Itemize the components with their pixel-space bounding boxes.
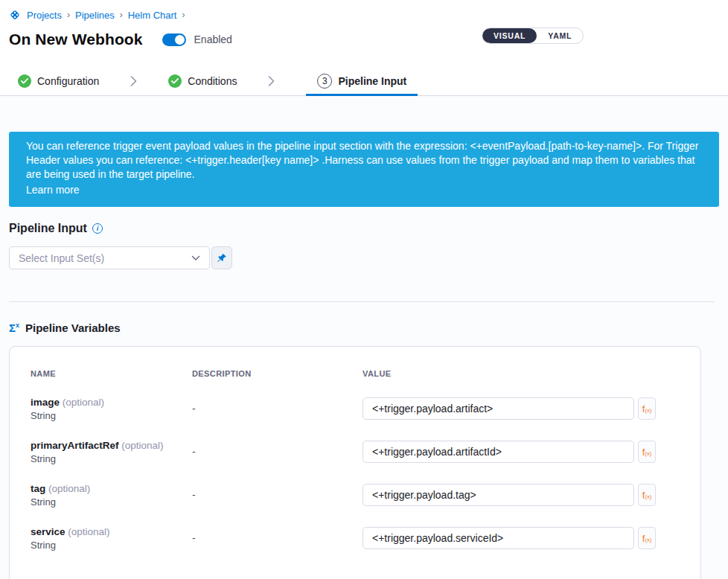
variable-description: - (192, 489, 363, 501)
yaml-mode-button[interactable]: YAML (537, 28, 583, 43)
value-cell: f(x) (363, 441, 680, 463)
pipeline-input-heading: Pipeline Input (9, 222, 87, 235)
value-input[interactable] (363, 527, 634, 549)
enabled-toggle[interactable] (162, 33, 186, 46)
info-banner: You can reference trigger event payload … (9, 132, 719, 207)
variable-name-cell: service (optional) String (31, 526, 192, 551)
input-set-select-row: Select Input Set(s) (9, 246, 719, 269)
breadcrumb-separator: › (66, 10, 71, 20)
input-set-select[interactable]: Select Input Set(s) (9, 246, 210, 269)
table-header-row: NAME DESCRIPTION VALUE (31, 369, 680, 378)
variable-name-cell: primaryArtifactRef (optional) String (31, 440, 192, 464)
variable-name: image (31, 397, 60, 408)
visual-mode-button[interactable]: VISUAL (482, 28, 537, 43)
variable-description: - (192, 446, 363, 458)
tab-configuration[interactable]: Configuration (18, 67, 99, 95)
value-cell: f(x) (363, 397, 680, 420)
step-number-badge: 3 (317, 74, 332, 89)
breadcrumb-separator: › (119, 10, 124, 20)
chevron-down-icon (191, 255, 200, 261)
variable-name: tag (31, 483, 45, 494)
variable-type: String (31, 453, 192, 464)
learn-more-link[interactable]: Learn more (26, 183, 80, 197)
sigma-icon: Σx (9, 322, 19, 333)
pipeline-variables-heading-row: Σx Pipeline Variables (9, 322, 719, 334)
column-header-name: NAME (31, 369, 192, 378)
variable-type: String (31, 540, 192, 551)
tab-pipeline-input[interactable]: 3 Pipeline Input (306, 68, 418, 96)
tab-label: Configuration (37, 75, 99, 87)
title-row: On New Webhook Enabled (9, 31, 719, 48)
optional-label: (optional) (68, 526, 109, 537)
tab-conditions[interactable]: Conditions (168, 67, 237, 95)
expression-button[interactable]: f(x) (638, 527, 656, 549)
column-header-description: DESCRIPTION (192, 369, 363, 378)
check-icon (18, 74, 31, 88)
pipeline-variables-heading: Pipeline Variables (25, 322, 121, 334)
pin-button[interactable] (211, 246, 232, 269)
variable-description: - (192, 403, 363, 415)
page-header: Projects › Pipelines › Helm Chart › On N… (0, 0, 728, 67)
select-placeholder: Select Input Set(s) (19, 252, 191, 264)
info-icon[interactable]: i (92, 223, 103, 234)
table-row: tag (optional) String - f(x) (31, 473, 680, 516)
view-mode-toggle: VISUAL YAML (482, 28, 584, 44)
table-row: service (optional) String - f(x) (31, 516, 680, 560)
variable-name-cell: image (optional) String (31, 397, 192, 421)
breadcrumb-link-helm-chart[interactable]: Helm Chart (128, 10, 177, 21)
optional-label: (optional) (48, 483, 90, 494)
optional-label: (optional) (121, 440, 163, 451)
wizard-tabbar: Configuration Conditions 3 Pipeline Inpu… (0, 67, 728, 96)
projects-grid-icon (9, 9, 21, 21)
column-header-value: VALUE (363, 369, 680, 378)
chevron-right-icon (268, 75, 275, 87)
optional-label: (optional) (63, 397, 104, 408)
breadcrumb-link-projects[interactable]: Projects (27, 10, 62, 21)
expression-button[interactable]: f(x) (638, 484, 656, 506)
table-row: primaryArtifactRef (optional) String - f… (31, 430, 680, 473)
variable-type: String (31, 410, 192, 421)
breadcrumb: Projects › Pipelines › Helm Chart › (9, 9, 719, 21)
pipeline-input-heading-row: Pipeline Input i (9, 222, 719, 235)
pin-icon (217, 253, 227, 263)
variable-description: - (192, 532, 363, 544)
enabled-label: Enabled (194, 33, 232, 45)
breadcrumb-link-pipelines[interactable]: Pipelines (75, 10, 115, 21)
banner-text: You can reference trigger event payload … (26, 139, 702, 182)
variables-card: NAME DESCRIPTION VALUE image (optional) … (9, 346, 701, 579)
variable-name: service (31, 526, 66, 537)
expression-button[interactable]: f(x) (638, 441, 656, 463)
value-input[interactable] (363, 441, 634, 463)
tab-label: Conditions (188, 75, 237, 87)
expression-button[interactable]: f(x) (638, 397, 656, 420)
variable-type: String (31, 496, 192, 508)
table-row: image (optional) String - f(x) (31, 387, 680, 430)
tab-label: Pipeline Input (338, 75, 406, 87)
chevron-right-icon (130, 75, 137, 87)
variable-name: primaryArtifactRef (31, 440, 119, 451)
value-input[interactable] (363, 484, 634, 506)
section-divider (9, 301, 715, 302)
content-area: You can reference trigger event payload … (0, 96, 728, 579)
variable-name-cell: tag (optional) String (31, 483, 192, 508)
value-cell: f(x) (363, 484, 680, 506)
check-icon (168, 74, 182, 88)
page-title: On New Webhook (9, 31, 143, 48)
value-cell: f(x) (363, 527, 680, 549)
value-input[interactable] (363, 397, 634, 420)
breadcrumb-separator: › (181, 10, 185, 20)
toggle-knob (175, 35, 185, 45)
